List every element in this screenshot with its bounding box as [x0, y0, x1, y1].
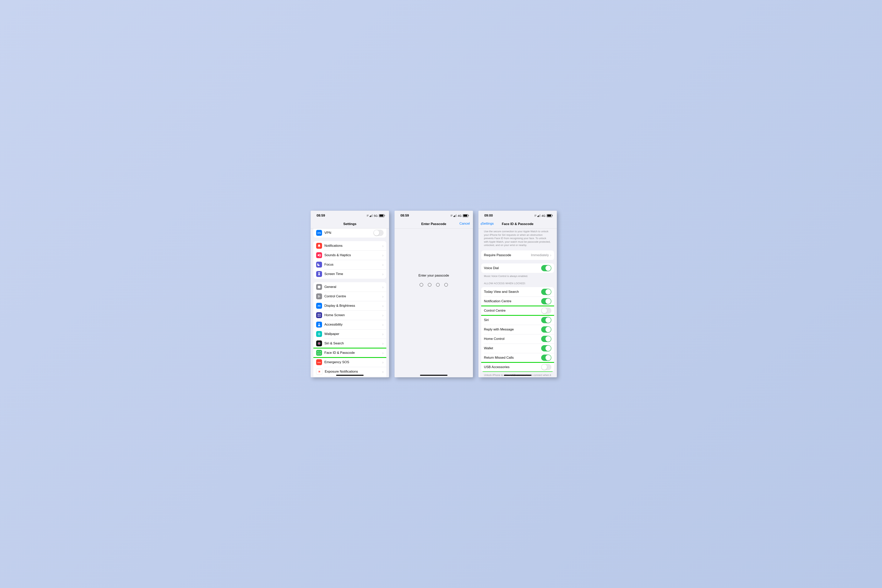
chevron-right-icon: › — [382, 262, 384, 267]
locked-access-row[interactable]: Today View and Search — [481, 287, 554, 297]
screen-settings: 08:59 5G Settings VPNVPNNotifications›So… — [310, 211, 389, 377]
gear-icon — [316, 284, 322, 290]
settings-row[interactable]: Sounds & Haptics› — [314, 250, 386, 260]
chevron-right-icon: › — [382, 322, 384, 327]
row-label: Siri — [484, 318, 541, 322]
voice-dial-row[interactable]: Voice Dial — [481, 263, 554, 273]
passcode-dot — [428, 283, 431, 286]
bell-icon — [316, 243, 322, 249]
cancel-button[interactable]: Cancel — [459, 222, 470, 226]
toggle[interactable] — [541, 364, 551, 370]
settings-list[interactable]: VPNVPNNotifications›Sounds & Haptics›Foc… — [310, 228, 389, 377]
settings-row[interactable]: Siri & Search› — [314, 339, 386, 348]
chevron-right-icon: › — [382, 369, 384, 374]
row-label: VPN — [324, 231, 374, 235]
require-passcode-row[interactable]: Require PasscodeImmediately› — [481, 250, 554, 260]
voice-dial-toggle[interactable] — [541, 265, 551, 271]
row-label: Sounds & Haptics — [324, 253, 382, 257]
vpn-toggle[interactable] — [374, 230, 384, 236]
svg-rect-3 — [320, 314, 321, 315]
settings-row[interactable]: General› — [314, 282, 386, 292]
locked-access-row[interactable]: Wallet — [481, 344, 554, 353]
svg-point-10 — [318, 334, 318, 334]
toggle[interactable] — [541, 308, 551, 314]
back-button[interactable]: ‹Settings — [480, 222, 494, 226]
row-label: Siri & Search — [324, 341, 382, 345]
toggle[interactable] — [541, 326, 551, 333]
toggle[interactable] — [541, 345, 551, 351]
locked-access-row[interactable]: Home Control — [481, 334, 554, 344]
battery-icon — [547, 214, 552, 217]
row-label: Accessibility — [324, 322, 382, 327]
row-label: Reply with Message — [484, 327, 541, 332]
exposure-icon — [316, 369, 322, 375]
sliders-icon — [316, 293, 322, 299]
svg-point-12 — [318, 342, 321, 345]
grid-icon — [316, 312, 322, 318]
settings-row-vpn[interactable]: VPNVPN — [314, 228, 386, 237]
toggle[interactable] — [541, 298, 551, 304]
row-label: Home Screen — [324, 313, 382, 317]
home-indicator[interactable] — [336, 375, 364, 376]
back-label: Settings — [482, 222, 494, 226]
signal-icon — [453, 214, 456, 217]
nav-title: Enter Passcode — [421, 222, 446, 226]
faceid-list[interactable]: Use the secure connection to your Apple … — [478, 228, 557, 377]
status-time: 09:00 — [484, 214, 493, 218]
settings-row[interactable]: Home Screen› — [314, 310, 386, 320]
home-indicator[interactable] — [420, 375, 447, 376]
svg-rect-5 — [320, 315, 321, 316]
row-label: Emergency SOS — [324, 360, 382, 364]
row-label: Focus — [324, 262, 382, 267]
settings-row[interactable]: Face ID & Passcode› — [314, 348, 386, 357]
settings-row[interactable]: SOSEmergency SOS› — [314, 357, 386, 367]
settings-row[interactable]: Battery› — [314, 376, 386, 377]
svg-point-6 — [318, 323, 320, 325]
svg-point-9 — [319, 334, 320, 335]
status-bar: 08:59 4G — [394, 211, 473, 220]
row-label: Control Centre — [324, 294, 382, 298]
settings-row[interactable]: Control Centre› — [314, 292, 386, 301]
screen-faceid: 09:00 4G ‹Settings Face ID & Passcode Us… — [478, 211, 557, 377]
locked-access-row[interactable]: USB Accessories — [481, 362, 554, 372]
watch-description: Use the secure connection to your Apple … — [478, 228, 557, 247]
settings-row[interactable]: Notifications› — [314, 241, 386, 250]
row-label: Wallet — [484, 346, 541, 350]
settings-row[interactable]: Focus› — [314, 260, 386, 269]
locked-access-row[interactable]: Control Centre — [481, 306, 554, 315]
locked-access-row[interactable]: Reply with Message — [481, 325, 554, 334]
passcode-dot — [420, 283, 423, 286]
settings-row[interactable]: Wallpaper› — [314, 329, 386, 339]
dual-sim-icon — [367, 215, 369, 216]
toggle[interactable] — [541, 317, 551, 323]
nav-bar: ‹Settings Face ID & Passcode — [478, 220, 557, 228]
nav-title: Settings — [343, 222, 356, 226]
passcode-dot — [444, 283, 448, 286]
row-label: Face ID & Passcode — [324, 351, 382, 355]
chevron-right-icon: › — [382, 285, 384, 289]
toggle[interactable] — [541, 336, 551, 342]
settings-row[interactable]: Screen Time› — [314, 269, 386, 279]
dual-sim-icon — [451, 215, 452, 216]
toggle[interactable] — [541, 289, 551, 295]
home-indicator[interactable] — [504, 375, 531, 376]
row-label: Voice Dial — [484, 266, 541, 270]
locked-access-row[interactable]: Siri — [481, 315, 554, 325]
row-label: Home Control — [484, 337, 541, 341]
svg-point-14 — [320, 352, 320, 352]
locked-access-row[interactable]: Notification Centre — [481, 297, 554, 306]
settings-row[interactable]: AADisplay & Brightness› — [314, 301, 386, 310]
moon-icon — [316, 262, 322, 267]
settings-row[interactable]: Accessibility› — [314, 320, 386, 329]
toggle[interactable] — [541, 355, 551, 361]
sos-icon: SOS — [316, 359, 322, 365]
row-label: Screen Time — [324, 272, 382, 276]
row-label: Today View and Search — [484, 290, 541, 294]
chevron-right-icon: › — [382, 332, 384, 336]
row-label: Wallpaper — [324, 332, 382, 336]
locked-access-row[interactable]: Return Missed Calls — [481, 353, 554, 362]
signal-icon — [370, 214, 373, 217]
status-time: 08:59 — [316, 214, 325, 218]
voice-caption: Music Voice Control is always enabled. — [478, 273, 557, 278]
siri-icon — [316, 340, 322, 346]
